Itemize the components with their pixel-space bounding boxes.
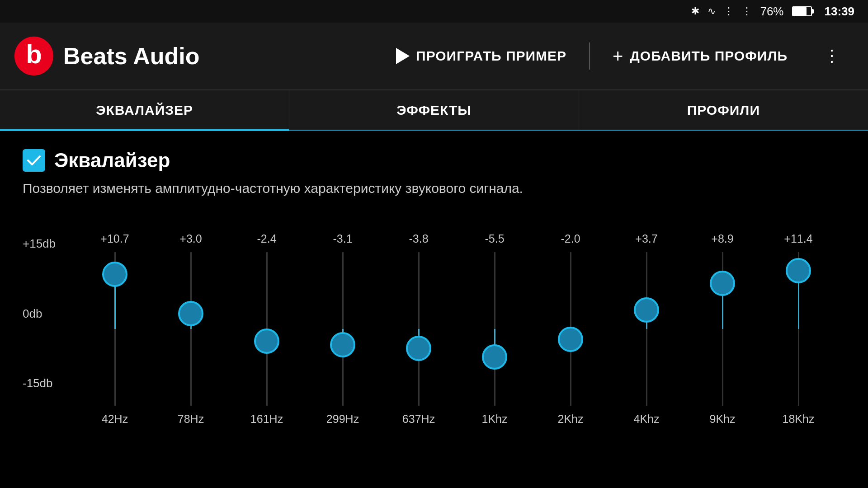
eq-track-8[interactable] — [721, 252, 724, 406]
eq-track-3[interactable] — [341, 252, 344, 406]
eq-track-5[interactable] — [493, 252, 496, 406]
content-area: Эквалайзер Позволяет изменять амплитудно… — [0, 131, 868, 444]
play-icon — [396, 48, 410, 64]
signal-icon-2: ⋮ — [742, 5, 752, 17]
eq-thumb-8[interactable] — [710, 271, 735, 296]
eq-value-4: -3.8 — [409, 232, 428, 245]
eq-title: Эквалайзер — [54, 149, 170, 172]
tab-equalizer[interactable]: ЭКВАЛАЙЗЕР — [0, 90, 289, 130]
sliders-area: +10.742Hz+3.078Hz-2.4161Hz-3.1299Hz-3.86… — [32, 210, 836, 426]
eq-track-9[interactable] — [797, 252, 800, 406]
eq-container: +15db 0db -15db +10.742Hz+3.078Hz-2.4161… — [23, 210, 845, 426]
play-preview-button[interactable]: ПРОИГРАТЬ ПРИМЕР — [373, 38, 589, 74]
play-preview-label: ПРОИГРАТЬ ПРИМЕР — [416, 48, 566, 64]
eq-thumb-4[interactable] — [406, 336, 431, 361]
tab-bar: ЭКВАЛАЙЗЕР ЭФФЕКТЫ ПРОФИЛИ — [0, 90, 868, 131]
logo-area: b Beats Audio — [14, 36, 199, 76]
eq-thumb-5[interactable] — [482, 344, 507, 370]
signal-icon: ⋮ — [724, 5, 734, 17]
battery-icon — [792, 6, 812, 16]
eq-thumb-3[interactable] — [330, 332, 355, 357]
eq-freq-3: 299Hz — [326, 413, 359, 426]
eq-track-7[interactable] — [645, 252, 648, 406]
app-header: b Beats Audio ПРОИГРАТЬ ПРИМЕР + ДОБАВИТ… — [0, 23, 868, 90]
eq-header: Эквалайзер — [23, 149, 845, 172]
eq-track-6[interactable] — [569, 252, 572, 406]
svg-text:b: b — [26, 40, 42, 69]
eq-band-78Hz: +3.078Hz — [153, 232, 229, 426]
eq-value-0: +10.7 — [100, 232, 129, 245]
eq-freq-1: 78Hz — [178, 413, 204, 426]
more-options-button[interactable]: ⋮ — [810, 47, 854, 66]
header-actions: ПРОИГРАТЬ ПРИМЕР + ДОБАВИТЬ ПРОФИЛЬ ⋮ — [373, 38, 854, 74]
checkmark-icon — [26, 153, 42, 168]
eq-value-3: -3.1 — [333, 232, 352, 245]
eq-value-5: -5.5 — [485, 232, 504, 245]
tab-effects[interactable]: ЭФФЕКТЫ — [289, 90, 579, 130]
plus-icon: + — [613, 47, 623, 65]
eq-band-9Khz: +8.99Khz — [684, 232, 760, 426]
eq-track-1[interactable] — [189, 252, 193, 406]
eq-value-6: -2.0 — [561, 232, 580, 245]
eq-track-2[interactable] — [265, 252, 269, 406]
db-label-mid: 0db — [23, 307, 56, 321]
tab-profiles[interactable]: ПРОФИЛИ — [579, 90, 868, 130]
eq-freq-8: 9Khz — [710, 413, 736, 426]
battery-percent: 76% — [760, 5, 783, 19]
more-icon: ⋮ — [824, 47, 841, 65]
eq-band-42Hz: +10.742Hz — [77, 232, 153, 426]
eq-band-637Hz: -3.8637Hz — [381, 232, 457, 426]
db-labels: +15db 0db -15db — [23, 237, 56, 390]
eq-freq-6: 2Khz — [558, 413, 584, 426]
eq-thumb-0[interactable] — [102, 262, 127, 287]
eq-description: Позволяет изменять амплитудно-частотную … — [23, 181, 845, 196]
eq-thumb-1[interactable] — [178, 301, 203, 326]
status-time: 13:39 — [825, 5, 855, 19]
eq-track-4[interactable] — [417, 252, 420, 406]
eq-freq-0: 42Hz — [102, 413, 128, 426]
eq-band-4Khz: +3.74Khz — [609, 232, 684, 426]
eq-band-2Khz: -2.02Khz — [533, 232, 609, 426]
eq-value-9: +11.4 — [784, 232, 812, 245]
eq-band-18Khz: +11.418Khz — [760, 232, 836, 426]
wifi-icon: ∿ — [708, 5, 716, 17]
eq-freq-9: 18Khz — [783, 413, 815, 426]
eq-checkbox[interactable] — [23, 149, 45, 172]
eq-freq-2: 161Hz — [250, 413, 283, 426]
eq-value-1: +3.0 — [179, 232, 202, 245]
db-label-high: +15db — [23, 237, 56, 251]
eq-band-161Hz: -2.4161Hz — [229, 232, 305, 426]
app-title: Beats Audio — [63, 42, 199, 70]
status-bar: ✱ ∿ ⋮ ⋮ 76% 13:39 — [0, 0, 868, 23]
eq-band-1Khz: -5.51Khz — [457, 232, 533, 426]
add-profile-label: ДОБАВИТЬ ПРОФИЛЬ — [630, 48, 788, 64]
eq-freq-4: 637Hz — [402, 413, 435, 426]
eq-value-2: -2.4 — [257, 232, 276, 245]
db-label-low: -15db — [23, 376, 56, 390]
eq-thumb-6[interactable] — [558, 327, 583, 352]
eq-track-0[interactable] — [113, 252, 117, 406]
beats-logo: b — [14, 36, 54, 76]
add-profile-button[interactable]: + ДОБАВИТЬ ПРОФИЛЬ — [590, 38, 810, 74]
eq-thumb-2[interactable] — [254, 328, 279, 354]
eq-value-8: +8.9 — [711, 232, 733, 245]
eq-band-299Hz: -3.1299Hz — [305, 232, 381, 426]
eq-freq-7: 4Khz — [634, 413, 660, 426]
eq-freq-5: 1Khz — [482, 413, 508, 426]
eq-thumb-9[interactable] — [786, 258, 811, 283]
eq-value-7: +3.7 — [635, 232, 657, 245]
eq-thumb-7[interactable] — [634, 297, 659, 323]
bluetooth-icon: ✱ — [691, 5, 699, 17]
